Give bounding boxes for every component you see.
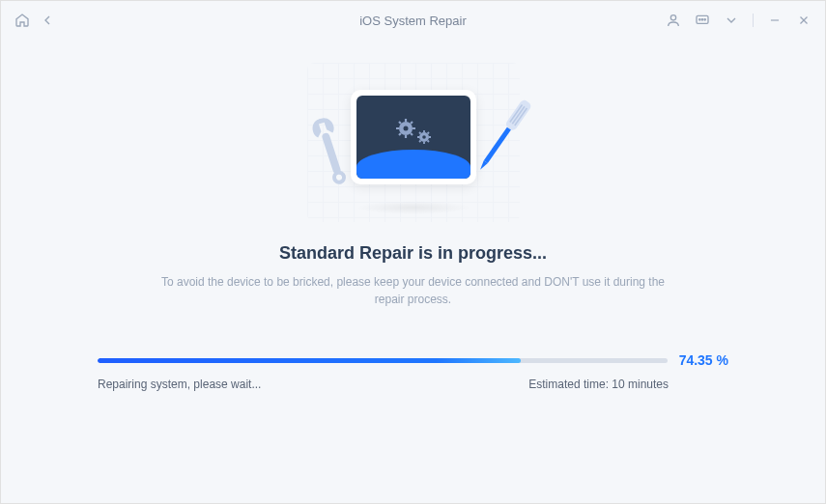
svg-point-20	[403, 126, 408, 131]
feedback-icon[interactable]	[695, 13, 710, 28]
svg-point-2	[699, 19, 700, 20]
progress-row: 74.35 %	[98, 352, 728, 368]
svg-point-3	[701, 19, 702, 20]
shadow-icon	[356, 201, 471, 214]
chevron-down-icon[interactable]	[724, 13, 739, 28]
svg-line-28	[419, 141, 421, 143]
repair-illustration	[307, 63, 520, 222]
progress-labels: Repairing system, please wait... Estimat…	[98, 378, 728, 391]
svg-line-17	[411, 133, 413, 135]
progress-eta-text: Estimated time: 10 minutes	[528, 378, 669, 391]
titlebar: iOS System Repair	[1, 1, 825, 40]
back-icon[interactable]	[40, 13, 55, 28]
minimize-icon[interactable]	[767, 13, 783, 28]
titlebar-left	[14, 13, 55, 28]
user-icon[interactable]	[666, 13, 681, 28]
progress-percent-label: 74.35 %	[679, 352, 728, 368]
titlebar-divider	[753, 14, 754, 27]
window-title: iOS System Repair	[359, 14, 467, 28]
svg-point-0	[670, 15, 675, 20]
wave-icon	[356, 150, 470, 179]
home-icon[interactable]	[14, 13, 30, 28]
progress-status-text: Repairing system, please wait...	[98, 378, 261, 391]
svg-rect-8	[321, 132, 341, 175]
svg-marker-36	[478, 160, 488, 171]
device-screen-icon	[351, 90, 476, 184]
svg-line-26	[419, 132, 421, 134]
gear-icon	[392, 119, 435, 152]
illustration-wrap	[98, 63, 728, 222]
progress-heading: Standard Repair is in progress...	[98, 243, 728, 264]
svg-point-4	[704, 19, 705, 20]
svg-line-16	[399, 122, 401, 124]
progress-fill	[98, 358, 521, 363]
progress-section: 74.35 % Repairing system, please wait...…	[98, 352, 728, 391]
progress-subtext: To avoid the device to be bricked, pleas…	[153, 273, 674, 308]
svg-point-30	[422, 135, 426, 139]
svg-line-18	[399, 133, 401, 135]
titlebar-right	[666, 13, 812, 28]
main-content: Standard Repair is in progress... To avo…	[1, 40, 825, 391]
svg-line-29	[427, 132, 429, 134]
close-icon[interactable]	[796, 13, 812, 28]
progress-bar	[98, 358, 668, 363]
svg-line-19	[411, 122, 413, 124]
svg-line-27	[427, 141, 429, 143]
